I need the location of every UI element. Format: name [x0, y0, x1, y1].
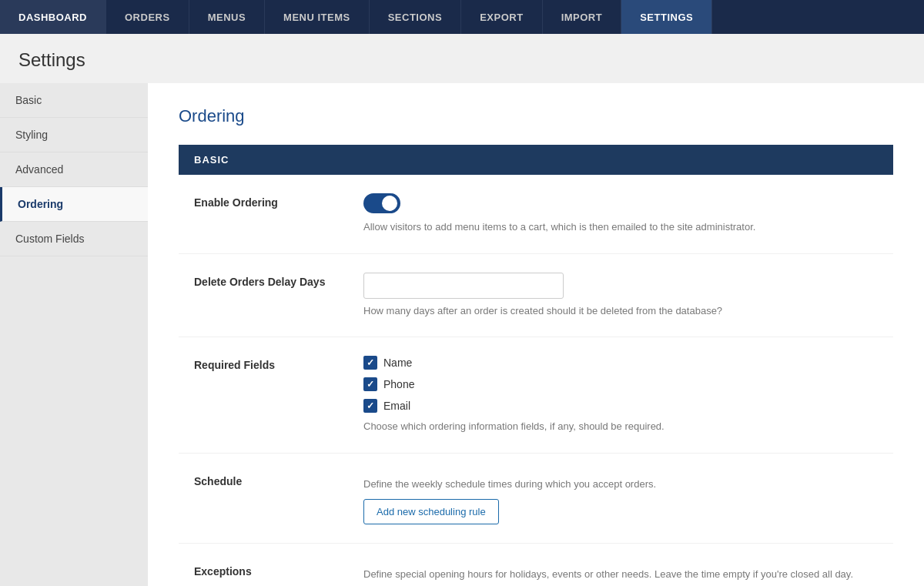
checkbox-label-email: Email: [383, 400, 410, 412]
delete-orders-hint: How many days after an order is created …: [363, 303, 878, 319]
schedule-hint: Define the weekly schedule times during …: [363, 477, 878, 492]
basic-section-label: BASIC: [194, 154, 229, 166]
nav-orders[interactable]: ORDERS: [106, 0, 189, 34]
enable-ordering-row: Enable Ordering Allow visitors to add me…: [179, 175, 893, 254]
schedule-label: Schedule: [194, 472, 363, 487]
nav-menus[interactable]: MENUS: [189, 0, 265, 34]
enable-ordering-control: Allow visitors to add menu items to a ca…: [363, 193, 878, 235]
sidebar-label-ordering: Ordering: [18, 198, 63, 210]
toggle-wrapper: [363, 193, 878, 213]
sidebar-label-custom-fields: Custom Fields: [15, 233, 84, 245]
enable-ordering-toggle[interactable]: [363, 193, 400, 213]
basic-section-header: BASIC: [179, 145, 893, 175]
schedule-row: Schedule Define the weekly schedule time…: [179, 454, 893, 544]
nav-dashboard[interactable]: DASHBOARD: [0, 0, 106, 34]
sidebar: Basic Styling Advanced Ordering Custom F…: [0, 83, 148, 586]
checkbox-phone[interactable]: [363, 377, 377, 391]
nav-sections[interactable]: SECTIONS: [370, 0, 461, 34]
required-fields-hint: Choose which ordering information fields…: [363, 419, 878, 434]
sidebar-item-basic[interactable]: Basic: [0, 83, 148, 118]
main-layout: Basic Styling Advanced Ordering Custom F…: [0, 83, 924, 586]
exceptions-hint: Define special opening hours for holiday…: [363, 567, 878, 582]
nav-import[interactable]: IMPORT: [543, 0, 622, 34]
exceptions-row: Exceptions Define special opening hours …: [179, 544, 893, 586]
top-navigation: DASHBOARD ORDERS MENUS MENU ITEMS SECTIO…: [0, 0, 924, 34]
add-schedule-rule-button[interactable]: Add new scheduling rule: [363, 499, 499, 524]
delete-orders-input[interactable]: [363, 273, 564, 299]
nav-menu-items[interactable]: MENU ITEMS: [265, 0, 370, 34]
required-fields-row: Required Fields Name Phone E: [179, 337, 893, 454]
sidebar-item-custom-fields[interactable]: Custom Fields: [0, 222, 148, 256]
checkbox-item-email: Email: [363, 399, 878, 413]
sidebar-item-styling[interactable]: Styling: [0, 118, 148, 152]
sidebar-item-advanced[interactable]: Advanced: [0, 152, 148, 187]
required-fields-label: Required Fields: [194, 356, 363, 371]
sidebar-item-ordering[interactable]: Ordering: [0, 187, 148, 222]
checkbox-label-phone: Phone: [383, 378, 414, 390]
delete-orders-label: Delete Orders Delay Days: [194, 273, 363, 288]
main-content: Ordering BASIC Enable Ordering Allow vis…: [148, 83, 924, 586]
checkbox-group: Name Phone Email: [363, 356, 878, 413]
form-section: Enable Ordering Allow visitors to add me…: [179, 175, 893, 586]
enable-ordering-hint: Allow visitors to add menu items to a ca…: [363, 219, 878, 235]
checkbox-item-name: Name: [363, 356, 878, 370]
checkbox-email[interactable]: [363, 399, 377, 413]
delete-orders-control: How many days after an order is created …: [363, 273, 878, 319]
exceptions-label: Exceptions: [194, 562, 363, 578]
sidebar-label-basic: Basic: [15, 94, 42, 106]
page-title: Settings: [18, 49, 906, 71]
page-header: Settings: [0, 34, 924, 83]
enable-ordering-label: Enable Ordering: [194, 193, 363, 209]
required-fields-control: Name Phone Email Choose which ordering i…: [363, 356, 878, 434]
delete-orders-row: Delete Orders Delay Days How many days a…: [179, 254, 893, 338]
checkbox-label-name: Name: [383, 357, 412, 369]
section-title: Ordering: [179, 106, 893, 126]
checkbox-name[interactable]: [363, 356, 377, 370]
sidebar-label-styling: Styling: [15, 129, 48, 141]
nav-settings[interactable]: SETTINGS: [621, 0, 712, 34]
nav-export[interactable]: EXPORT: [461, 0, 542, 34]
exceptions-control: Define special opening hours for holiday…: [363, 562, 878, 586]
checkbox-item-phone: Phone: [363, 377, 878, 391]
schedule-control: Define the weekly schedule times during …: [363, 472, 878, 525]
sidebar-label-advanced: Advanced: [15, 163, 63, 176]
